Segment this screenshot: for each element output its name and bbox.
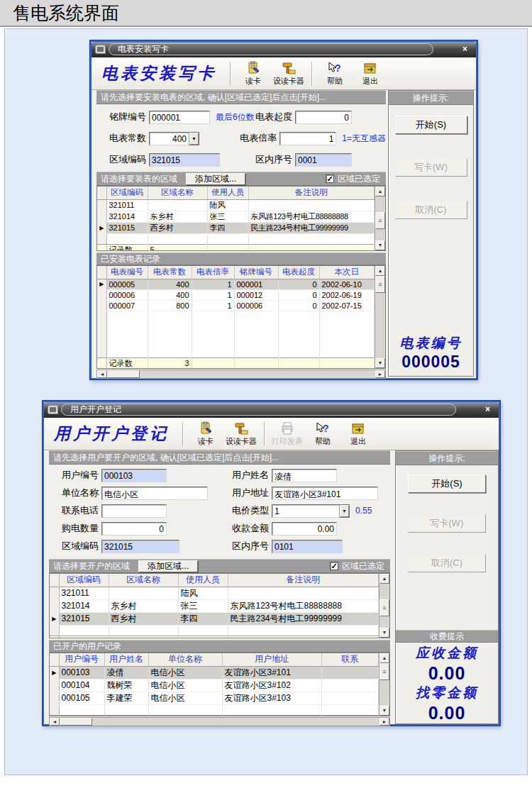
table-header-row: 用户编号 用户姓名 单位名称 用户地址 联系 xyxy=(50,653,379,666)
vertical-scrollbar[interactable]: ▲ ≡ ▼ xyxy=(379,574,389,638)
col-header[interactable]: 电表编号 xyxy=(106,266,148,279)
scrollbar-thumb[interactable] xyxy=(107,370,140,378)
scroll-right-icon[interactable]: ► xyxy=(379,718,389,726)
col-header[interactable]: 电表倍率 xyxy=(192,266,234,279)
table-row[interactable]: 321014 东乡村 张三 东风路123号村电工88888888 xyxy=(97,211,375,222)
vertical-scrollbar[interactable]: ▲ ≡ ▼ xyxy=(375,187,385,250)
region-selected-checkbox[interactable]: ✓ 区域已选定 xyxy=(330,559,384,573)
toolbar-separator xyxy=(264,422,265,446)
scroll-left-icon[interactable]: ◄ xyxy=(97,370,107,378)
table-row-selected[interactable]: ▶ 000103 凌倩 电信小区 友谊路小区3#101 xyxy=(50,666,379,679)
scroll-up-icon[interactable]: ▲ xyxy=(379,653,389,663)
read-card-button[interactable]: 读卡 xyxy=(235,61,271,87)
scroll-down-icon[interactable]: ▼ xyxy=(379,628,389,638)
scrollbar-thumb[interactable]: ≡ xyxy=(379,599,389,616)
set-reader-button[interactable]: 设读卡器 xyxy=(271,61,306,87)
write-card-button[interactable]: 写卡(W) xyxy=(395,158,467,177)
phone-input[interactable] xyxy=(101,504,167,518)
area-seq-input[interactable]: 0001 xyxy=(295,153,352,167)
col-header[interactable]: 备注说明 xyxy=(228,574,379,587)
col-header[interactable]: 电表常数 xyxy=(148,266,192,279)
col-header[interactable]: 单位名称 xyxy=(148,653,222,666)
horizontal-scrollbar[interactable]: ◄ ► xyxy=(96,370,386,379)
col-header[interactable]: 联系 xyxy=(321,653,379,666)
account-window-titlebar[interactable]: 用户开户登记 × xyxy=(44,402,499,418)
area-code-input[interactable]: 321015 xyxy=(149,153,220,167)
amount-input[interactable]: 0.00 xyxy=(272,522,337,535)
exit-button[interactable]: 退出 xyxy=(353,61,388,87)
table-row-selected[interactable]: ▶ 000005 400 1 000001 0 2002-06-10 xyxy=(97,279,375,289)
unit-name-input[interactable]: 电信小区 xyxy=(101,487,208,500)
scrollbar-thumb[interactable]: ≡ xyxy=(375,212,385,229)
scroll-down-icon[interactable]: ▼ xyxy=(375,240,385,250)
add-region-button[interactable]: 添加区域... xyxy=(186,173,245,185)
col-header[interactable]: 区域名称 xyxy=(109,574,178,587)
table-row[interactable]: 321011 陆风 xyxy=(97,199,375,211)
scroll-down-icon[interactable]: ▼ xyxy=(379,706,389,716)
price-type-combobox[interactable]: 1 ▼ xyxy=(272,504,350,518)
scrollbar-thumb[interactable]: ≡ xyxy=(379,663,389,680)
col-header[interactable]: 用户姓名 xyxy=(104,653,148,666)
chevron-down-icon[interactable]: ▼ xyxy=(189,132,199,145)
exit-button[interactable]: 退出 xyxy=(340,421,376,447)
vertical-scrollbar[interactable]: ▲ ≡ ▼ xyxy=(379,653,389,716)
table-row[interactable]: 000006 400 1 000012 0 2002-06-19 xyxy=(97,289,375,300)
start-reading-input[interactable]: 0 xyxy=(295,111,352,124)
ratio-input[interactable]: 1 xyxy=(279,132,336,145)
scrollbar-thumb[interactable] xyxy=(60,718,92,726)
col-header[interactable]: 铭牌编号 xyxy=(234,266,278,279)
area-code-input[interactable]: 321015 xyxy=(101,540,179,553)
col-header[interactable]: 使用人员 xyxy=(207,187,248,199)
area-seq-input[interactable]: 0101 xyxy=(272,540,343,553)
col-header[interactable]: 本次日 xyxy=(319,266,375,279)
table-row[interactable]: 000104 魏树荣 电信小区 友谊路小区3#102 xyxy=(50,679,379,692)
add-region-button[interactable]: 添加区域... xyxy=(138,560,198,572)
checkbox-check-icon[interactable]: ✓ xyxy=(326,174,334,183)
start-button[interactable]: 开始(S) xyxy=(395,116,467,134)
chevron-down-icon[interactable]: ▼ xyxy=(339,504,350,518)
col-header[interactable]: 用户地址 xyxy=(222,653,321,666)
cancel-button[interactable]: 取消(C) xyxy=(395,201,467,219)
col-header[interactable]: 用户编号 xyxy=(59,653,104,666)
col-header[interactable]: 备注说明 xyxy=(248,187,375,199)
region-selected-checkbox[interactable]: ✓ 区域已选定 xyxy=(326,172,380,186)
col-header[interactable]: 电表起度 xyxy=(278,266,319,279)
constant-combobox[interactable]: 400 ▼ xyxy=(149,132,199,145)
nameplate-input[interactable]: 000001 xyxy=(149,111,210,124)
vertical-scrollbar[interactable]: ▲ ≡ ▼ xyxy=(375,266,385,368)
user-name-input[interactable]: 凌倩 xyxy=(272,469,337,482)
write-card-button[interactable]: 写卡(W) xyxy=(408,514,486,533)
scroll-up-icon[interactable]: ▲ xyxy=(375,187,385,196)
scroll-up-icon[interactable]: ▲ xyxy=(379,574,389,584)
scroll-up-icon[interactable]: ▲ xyxy=(375,266,385,276)
table-row[interactable]: 321011 陆风 xyxy=(50,587,379,599)
address-input[interactable]: 友谊路小区3#101 xyxy=(272,487,378,500)
scroll-down-icon[interactable]: ▼ xyxy=(375,358,385,368)
print-invoice-button[interactable]: 打印发票 xyxy=(270,421,305,447)
table-row-selected[interactable]: ▶ 321015 西乡村 李四 民主路234号村电工99999999 xyxy=(50,612,379,625)
quantity-input[interactable]: 0 xyxy=(101,522,167,535)
table-row[interactable]: 321014 东乡村 张三 东风路123号村电工88888888 xyxy=(50,599,379,612)
table-row-selected[interactable]: ▶ 321015 西乡村 李四 民主路234号村电工99999999 xyxy=(97,222,375,233)
cancel-button[interactable]: 取消(C) xyxy=(408,554,486,572)
col-header[interactable]: 使用人员 xyxy=(178,574,228,587)
table-row[interactable]: 000007 800 1 000006 0 2002-07-15 xyxy=(97,300,375,311)
help-button[interactable]: ? 帮助 xyxy=(317,61,353,87)
scroll-right-icon[interactable]: ► xyxy=(375,370,385,378)
scroll-left-icon[interactable]: ◄ xyxy=(50,718,60,726)
help-button[interactable]: ? 帮助 xyxy=(305,421,340,447)
read-card-button[interactable]: 读卡 xyxy=(188,421,223,447)
start-button[interactable]: 开始(S) xyxy=(408,475,486,493)
scrollbar-thumb[interactable]: ≡ xyxy=(375,276,385,293)
close-icon[interactable]: × xyxy=(482,404,494,415)
table-row[interactable]: 000105 李建荣 电信小区 友谊路小区3#103 xyxy=(50,692,379,704)
col-header[interactable]: 区域编码 xyxy=(106,187,148,199)
user-no-input[interactable]: 000103 xyxy=(101,469,167,482)
meter-window-titlebar[interactable]: 电表安装写卡 × xyxy=(92,42,476,57)
set-reader-button[interactable]: 设读卡器 xyxy=(223,421,259,447)
col-header[interactable]: 区域编码 xyxy=(59,574,109,587)
horizontal-scrollbar[interactable]: ◄ ► xyxy=(49,717,390,726)
checkbox-check-icon[interactable]: ✓ xyxy=(330,562,338,570)
close-icon[interactable]: × xyxy=(459,44,471,55)
col-header[interactable]: 区域名称 xyxy=(148,187,207,199)
